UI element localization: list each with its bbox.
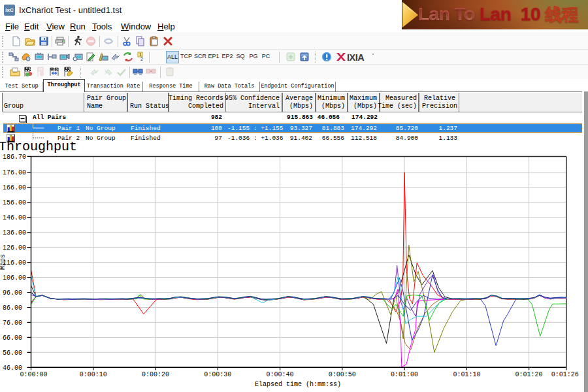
svg-text:Throughput: Throughput bbox=[0, 139, 77, 154]
svg-text:86.00: 86.00 bbox=[3, 304, 22, 312]
svg-text:1: 1 bbox=[139, 52, 142, 57]
svg-text:146.00: 146.00 bbox=[3, 214, 26, 221]
svg-text:106.00: 106.00 bbox=[3, 274, 26, 282]
svg-text:0:01:26: 0:01:26 bbox=[551, 371, 579, 378]
svg-text:96.00: 96.00 bbox=[3, 289, 22, 297]
svg-text:186.70: 186.70 bbox=[3, 154, 26, 161]
svg-text:166.00: 166.00 bbox=[3, 184, 26, 191]
svg-text:2: 2 bbox=[140, 57, 143, 61]
svg-text:76.00: 76.00 bbox=[3, 319, 22, 327]
svg-text:0:00:30: 0:00:30 bbox=[204, 371, 231, 378]
svg-text:IXIA: IXIA bbox=[347, 52, 365, 63]
svg-text:176.00: 176.00 bbox=[3, 169, 26, 176]
svg-text:0:01:00: 0:01:00 bbox=[391, 371, 418, 378]
svg-text:0:00:50: 0:00:50 bbox=[329, 371, 356, 378]
svg-text:156.00: 156.00 bbox=[3, 199, 26, 206]
svg-text:Elapsed time (h:mm:ss): Elapsed time (h:mm:ss) bbox=[255, 381, 341, 388]
svg-text:66.00: 66.00 bbox=[3, 335, 22, 342]
svg-text:0:00:40: 0:00:40 bbox=[267, 371, 294, 378]
svg-text:0:00:00: 0:00:00 bbox=[20, 371, 47, 378]
svg-text:0:01:20: 0:01:20 bbox=[515, 371, 543, 378]
svg-text:Mbps: Mbps bbox=[0, 254, 7, 270]
svg-text:0:00:10: 0:00:10 bbox=[80, 371, 107, 378]
svg-text:56.00: 56.00 bbox=[3, 350, 22, 357]
svg-text:136.00: 136.00 bbox=[3, 229, 26, 237]
svg-text:0:01:10: 0:01:10 bbox=[453, 371, 480, 378]
svg-text:0:00:20: 0:00:20 bbox=[142, 371, 169, 378]
svg-text:126.00: 126.00 bbox=[3, 244, 26, 252]
